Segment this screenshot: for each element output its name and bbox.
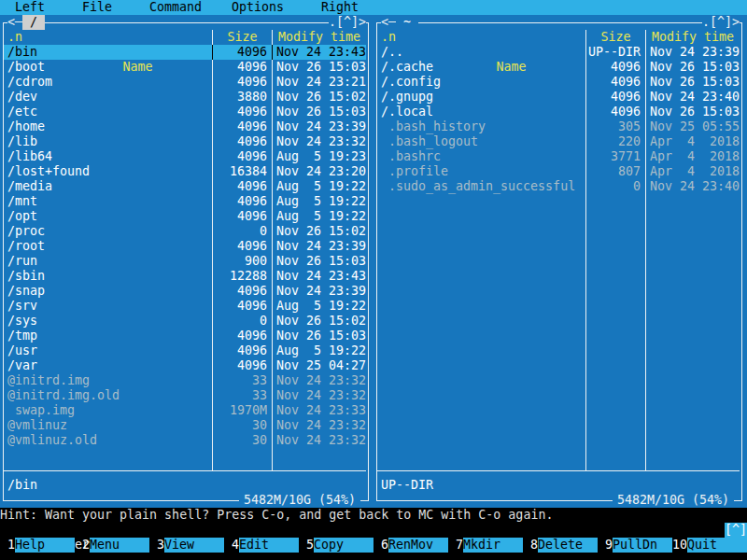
file-row[interactable]: /run900Nov 26 15:03 — [4, 254, 366, 269]
file-row[interactable]: /var4096Nov 25 04:27 — [4, 358, 366, 373]
file-row[interactable]: /.config4096Nov 26 15:03 — [377, 75, 740, 90]
file-row[interactable]: @initrd.img33Nov 24 23:32 — [4, 373, 366, 388]
column-header-size[interactable]: Size — [213, 30, 272, 45]
column-header-size[interactable]: Size — [586, 30, 645, 45]
fkey-number: 5 — [299, 538, 314, 553]
fkey-quit-button[interactable]: 10Quit — [672, 538, 747, 553]
file-row[interactable]: .sudo_as_admin_successful0Nov 24 23:40 — [377, 179, 740, 194]
fkey-help-button[interactable]: 1Help — [0, 538, 75, 553]
free-space: 5482M/10G (54%) — [613, 493, 734, 508]
panel-title: <─ / .[^]> — [0, 15, 374, 30]
panel-controls-icon[interactable]: .[^]> — [329, 15, 366, 30]
file-name: /media — [4, 179, 212, 194]
history-back-icon[interactable]: <─ — [381, 15, 396, 30]
file-mtime: Nov 24 23:40 — [646, 179, 740, 194]
mini-status-separator — [377, 470, 740, 471]
file-mtime: Nov 24 23:40 — [646, 90, 740, 105]
fkey-menu-button[interactable]: 2Menu — [75, 538, 149, 553]
fkey-edit-button[interactable]: 4Edit — [224, 538, 299, 553]
fkey-copy-button[interactable]: 5Copy — [299, 538, 374, 553]
file-row[interactable]: swap.img1970MNov 24 23:33 — [4, 403, 366, 418]
file-name: .bashrc — [377, 149, 585, 164]
file-row[interactable]: /boot4096Nov 26 15:03 — [4, 60, 366, 75]
file-name: /tmp — [4, 329, 212, 343]
file-row[interactable]: /usr4096Aug 5 19:22 — [4, 343, 366, 358]
panel-controls-icon[interactable]: .[^]> — [702, 15, 740, 30]
file-row[interactable]: /cdrom4096Nov 24 23:21 — [4, 75, 366, 90]
file-name: @vmlinuz.old — [4, 433, 212, 448]
file-row[interactable]: /etc4096Nov 26 15:03 — [4, 105, 366, 119]
fkey-view-button[interactable]: 3View — [149, 538, 224, 553]
file-row[interactable]: /.cache4096Nov 26 15:03 — [377, 60, 740, 75]
menu-item-right[interactable]: Right — [321, 0, 359, 15]
fkey-pulldn-button[interactable]: 9PullDn — [598, 538, 672, 553]
menu-item-command[interactable]: Command — [149, 0, 202, 15]
file-row[interactable]: /sys0Nov 26 15:02 — [4, 314, 366, 329]
file-size: 4096 — [213, 194, 272, 209]
menu-item-file[interactable]: File — [82, 0, 112, 15]
file-mtime: Nov 26 15:03 — [646, 105, 740, 119]
file-size: UP--DIR — [586, 45, 645, 60]
file-size: 30 — [213, 433, 272, 448]
fkey-renmov-button[interactable]: 6RenMov — [374, 538, 448, 553]
file-name: /sbin — [4, 269, 212, 284]
file-size: 4096 — [586, 60, 645, 75]
column-header-mtime[interactable]: Modify time — [273, 30, 366, 45]
file-size: 4096 — [213, 119, 272, 134]
fkey-number: 9 — [598, 538, 613, 553]
file-row[interactable]: /lost+found16384Nov 24 23:20 — [4, 164, 366, 179]
fkey-label: Edit — [239, 538, 299, 553]
file-row[interactable]: /dev3880Nov 26 15:02 — [4, 90, 366, 105]
file-row[interactable]: /proc0Nov 26 15:02 — [4, 224, 366, 239]
file-size: 4096 — [213, 45, 272, 60]
current-path[interactable]: / — [22, 15, 45, 30]
column-header-mtime[interactable]: Modify time — [646, 30, 740, 45]
file-row[interactable]: /snap4096Nov 24 23:39 — [4, 284, 366, 299]
fkey-mkdir-button[interactable]: 7Mkdir — [448, 538, 523, 553]
file-row[interactable]: @vmlinuz30Nov 24 23:32 — [4, 418, 366, 433]
fkey-number: 1 — [0, 538, 15, 553]
file-row[interactable]: /tmp4096Nov 26 15:03 — [4, 329, 366, 343]
file-row[interactable]: /.gnupg4096Nov 24 23:40 — [377, 90, 740, 105]
history-back-icon[interactable]: <─ — [7, 15, 22, 30]
file-row[interactable]: /home4096Nov 24 23:39 — [4, 119, 366, 134]
file-row[interactable]: /media4096Aug 5 19:22 — [4, 179, 366, 194]
file-row[interactable]: /srv4096Aug 5 19:22 — [4, 299, 366, 314]
current-path[interactable]: ~ — [396, 15, 418, 30]
file-row[interactable]: @vmlinuz.old30Nov 24 23:32 — [4, 433, 366, 448]
file-row[interactable]: /..UP--DIRNov 24 23:39 — [377, 45, 740, 60]
fkey-delete-button[interactable]: 8Delete — [523, 538, 598, 553]
fkey-number: 8 — [523, 538, 538, 553]
file-row[interactable]: /mnt4096Aug 5 19:22 — [4, 194, 366, 209]
column-divider — [212, 30, 213, 470]
file-mtime: Nov 24 23:32 — [273, 373, 366, 388]
file-row[interactable]: /sbin12288Nov 24 23:43 — [4, 269, 366, 284]
file-mtime: Nov 24 23:32 — [273, 433, 366, 448]
file-row[interactable]: /lib644096Aug 5 19:23 — [4, 149, 366, 164]
file-row[interactable]: /.local4096Nov 26 15:03 — [377, 105, 740, 119]
menu-item-left[interactable]: Left — [15, 0, 45, 15]
file-row[interactable]: /root4096Nov 24 23:39 — [4, 239, 366, 254]
menu-item-options[interactable]: Options — [232, 0, 284, 15]
file-name: /.config — [377, 75, 585, 90]
fkey-number: 7 — [448, 538, 463, 553]
file-size: 4096 — [213, 134, 272, 149]
file-row[interactable]: .bash_logout220Apr 4 2018 — [377, 134, 740, 149]
file-row[interactable]: /bin4096Nov 24 23:43 — [4, 45, 366, 60]
command-line[interactable]: wook@server18:/$ [^] — [0, 523, 747, 538]
file-size: 3771 — [586, 149, 645, 164]
panel-toggle-button[interactable]: [^] — [725, 523, 747, 538]
file-row[interactable]: /opt4096Aug 5 19:22 — [4, 209, 366, 224]
file-row[interactable]: @initrd.img.old33Nov 24 23:32 — [4, 388, 366, 403]
file-mtime: Nov 26 15:03 — [273, 105, 366, 119]
file-row[interactable]: .profile807Apr 4 2018 — [377, 164, 740, 179]
file-mtime: Nov 26 15:03 — [273, 329, 366, 343]
panel-left: <─ / .[^]> .n Name Size Modify time /bin… — [0, 15, 374, 508]
file-row[interactable]: .bashrc3771Apr 4 2018 — [377, 149, 740, 164]
file-mtime: Nov 25 04:27 — [273, 358, 366, 373]
file-name: /sys — [4, 314, 212, 329]
file-name: swap.img — [4, 403, 212, 418]
file-row[interactable]: .bash_history305Nov 25 05:55 — [377, 119, 740, 134]
file-size: 3880 — [213, 90, 272, 105]
file-row[interactable]: /lib4096Nov 24 23:32 — [4, 134, 366, 149]
